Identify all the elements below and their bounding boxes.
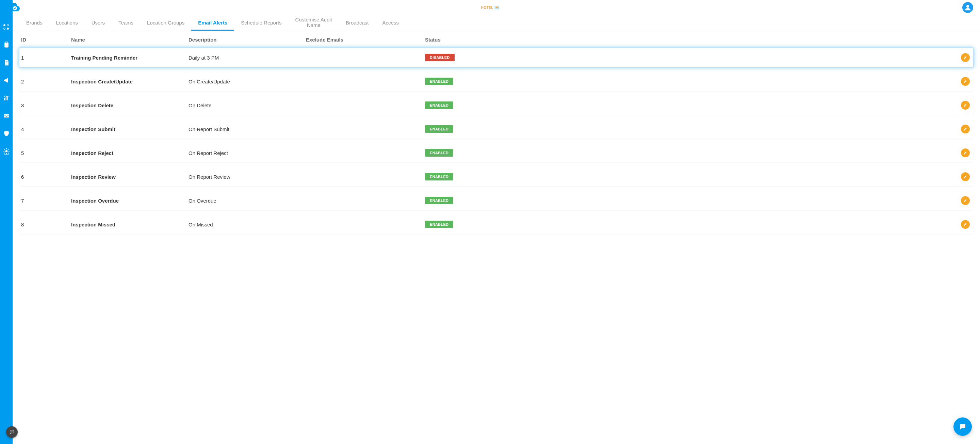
col-header-exclude-emails: Exclude Emails bbox=[306, 37, 425, 43]
table-row[interactable]: 8Inspection MissedOn MissedENABLED bbox=[19, 215, 973, 234]
tab-location-groups[interactable]: Location Groups bbox=[140, 15, 191, 30]
sidebar-shield[interactable] bbox=[3, 130, 10, 137]
tab-email-alerts[interactable]: Email Alerts bbox=[191, 15, 234, 30]
cell-action bbox=[493, 77, 972, 86]
cell-action bbox=[493, 101, 972, 110]
table-header: ID Name Description Exclude Emails Statu… bbox=[19, 31, 973, 48]
chat-lines-icon bbox=[9, 430, 14, 435]
cell-name: Inspection Create/Update bbox=[71, 79, 189, 85]
tab-access[interactable]: Access bbox=[375, 15, 406, 30]
tab-label: Broadcast bbox=[346, 20, 369, 26]
cell-id: 5 bbox=[20, 150, 71, 156]
tab-schedule-reports[interactable]: Schedule Reports bbox=[234, 15, 288, 30]
brand-text: HOTEL bbox=[481, 6, 493, 10]
gear-icon bbox=[3, 148, 10, 155]
cell-action bbox=[493, 196, 972, 205]
cell-status: ENABLED bbox=[425, 125, 493, 133]
sidebar-inbox[interactable] bbox=[3, 112, 10, 119]
sidebar-megaphone[interactable] bbox=[3, 77, 10, 84]
user-avatar[interactable] bbox=[962, 2, 973, 13]
table-row[interactable]: 1Training Pending ReminderDaily at 3 PMD… bbox=[19, 48, 973, 67]
cell-name: Inspection Submit bbox=[71, 126, 189, 132]
status-badge: ENABLED bbox=[425, 125, 453, 133]
cell-id: 1 bbox=[20, 55, 71, 61]
chat-fab[interactable] bbox=[953, 417, 972, 436]
cell-name: Inspection Delete bbox=[71, 102, 189, 108]
sidebar-settings[interactable] bbox=[3, 148, 10, 155]
cell-id: 6 bbox=[20, 174, 71, 180]
col-header-status: Status bbox=[425, 37, 493, 43]
tab-label: Teams bbox=[118, 20, 134, 26]
table-row[interactable]: 4Inspection SubmitOn Report SubmitENABLE… bbox=[19, 120, 973, 139]
tab-label: Users bbox=[92, 20, 105, 26]
svg-rect-4 bbox=[5, 62, 8, 62]
cell-status: ENABLED bbox=[425, 220, 493, 228]
cell-action bbox=[493, 172, 972, 181]
tab-brands[interactable]: Brands bbox=[19, 15, 49, 30]
tab-label: Email Alerts bbox=[198, 20, 227, 26]
table-row[interactable]: 7Inspection OverdueOn OverdueENABLED bbox=[19, 191, 973, 210]
edit-button[interactable] bbox=[961, 53, 970, 62]
content-area: ID Name Description Exclude Emails Statu… bbox=[13, 31, 980, 444]
cell-id: 4 bbox=[20, 126, 71, 132]
edit-button[interactable] bbox=[961, 101, 970, 110]
tab-locations[interactable]: Locations bbox=[49, 15, 85, 30]
cell-status: ENABLED bbox=[425, 149, 493, 157]
cell-description: On Delete bbox=[189, 102, 306, 108]
tab-broadcast[interactable]: Broadcast bbox=[339, 15, 375, 30]
edit-button[interactable] bbox=[961, 149, 970, 157]
table-row[interactable]: 3Inspection DeleteOn DeleteENABLED bbox=[19, 96, 973, 115]
col-header-name: Name bbox=[71, 37, 189, 43]
dashboard-icon bbox=[3, 24, 10, 30]
svg-rect-8 bbox=[5, 97, 6, 101]
edit-button[interactable] bbox=[961, 172, 970, 181]
topbar: HOTEL bbox=[0, 0, 980, 15]
svg-rect-3 bbox=[5, 42, 8, 43]
analytics-icon bbox=[3, 95, 10, 101]
tab-label: Access bbox=[382, 20, 399, 26]
cell-id: 3 bbox=[20, 102, 71, 108]
col-header-description: Description bbox=[189, 37, 306, 43]
cell-action bbox=[493, 53, 972, 62]
table-row[interactable]: 2Inspection Create/UpdateOn Create/Updat… bbox=[19, 72, 973, 91]
sidebar-dashboard[interactable] bbox=[3, 24, 10, 30]
sidebar-analytics[interactable] bbox=[3, 95, 10, 101]
sidebar-clipboard[interactable] bbox=[3, 42, 10, 48]
cell-name: Training Pending Reminder bbox=[71, 55, 189, 61]
sidebar-document[interactable] bbox=[3, 59, 10, 66]
help-chat-button-left[interactable] bbox=[6, 426, 18, 438]
svg-point-11 bbox=[5, 150, 8, 153]
edit-button[interactable] bbox=[961, 125, 970, 134]
edit-button[interactable] bbox=[961, 196, 970, 205]
cell-description: On Report Review bbox=[189, 174, 306, 180]
cell-description: On Report Reject bbox=[189, 150, 306, 156]
pencil-icon bbox=[963, 103, 968, 108]
tab-label: Schedule Reports bbox=[241, 20, 282, 26]
svg-rect-20 bbox=[4, 154, 8, 154]
pencil-icon bbox=[963, 174, 968, 179]
pencil-icon bbox=[963, 55, 968, 60]
edit-button[interactable] bbox=[961, 220, 970, 229]
cell-action bbox=[493, 220, 972, 229]
cell-status: DISABLED bbox=[425, 54, 493, 61]
cell-action bbox=[493, 125, 972, 134]
cell-id: 2 bbox=[20, 79, 71, 85]
status-badge: ENABLED bbox=[425, 220, 453, 228]
cell-name: Inspection Review bbox=[71, 174, 189, 180]
edit-button[interactable] bbox=[961, 77, 970, 86]
clipboard-icon bbox=[3, 42, 10, 48]
status-badge: ENABLED bbox=[425, 101, 453, 109]
cell-action bbox=[493, 149, 972, 157]
megaphone-icon bbox=[3, 77, 10, 84]
tab-users[interactable]: Users bbox=[85, 15, 111, 30]
table-row[interactable]: 5Inspection RejectOn Report RejectENABLE… bbox=[19, 143, 973, 163]
inbox-icon bbox=[3, 112, 10, 119]
main: BrandsLocationsUsersTeamsLocation Groups… bbox=[13, 15, 980, 444]
brand-mini-icon bbox=[495, 6, 499, 9]
status-badge: ENABLED bbox=[425, 78, 453, 85]
cell-description: Daily at 3 PM bbox=[189, 55, 306, 61]
tab-customise-audit-name[interactable]: Customise AuditName bbox=[288, 15, 339, 30]
svg-line-19 bbox=[8, 149, 8, 150]
table-row[interactable]: 6Inspection ReviewOn Report ReviewENABLE… bbox=[19, 167, 973, 186]
tab-teams[interactable]: Teams bbox=[111, 15, 140, 30]
